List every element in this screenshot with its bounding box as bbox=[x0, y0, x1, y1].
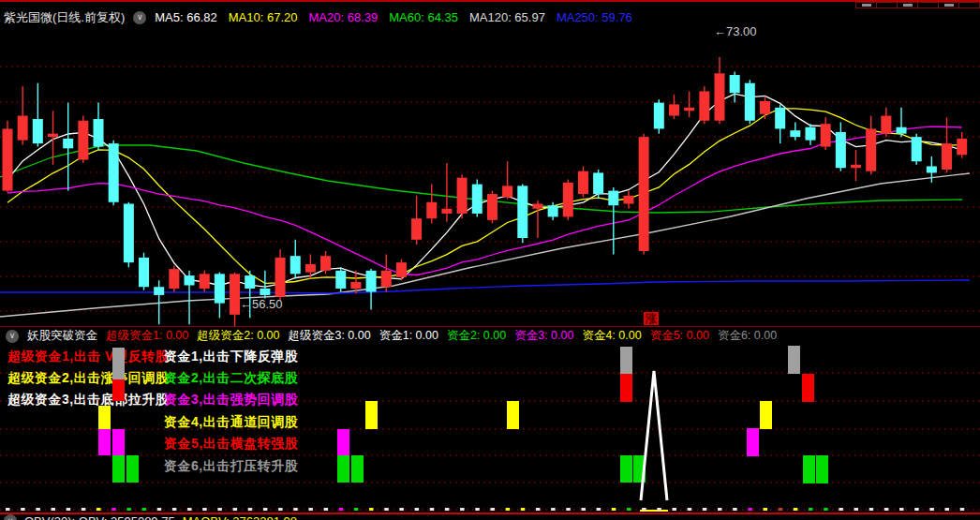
candle-body bbox=[366, 271, 377, 292]
signal-tick bbox=[597, 508, 601, 511]
signal-tick bbox=[278, 508, 283, 511]
legend-line: 资金4,出击通道回调股 bbox=[164, 414, 298, 431]
candle-body bbox=[669, 104, 679, 115]
signal-tick bbox=[217, 508, 222, 511]
signal-tick bbox=[627, 508, 631, 511]
signal-tick bbox=[460, 508, 465, 511]
candle-body bbox=[608, 191, 618, 206]
obv-footer: ∨ OBV(30): OBV: 3595089.75 MAOBV: 376328… bbox=[4, 513, 297, 520]
signal-bar-green bbox=[337, 455, 349, 483]
signal-tick bbox=[384, 508, 389, 511]
candle-body bbox=[335, 271, 346, 289]
signal-tick bbox=[293, 508, 298, 511]
signal-tick bbox=[82, 508, 86, 511]
signal-tick bbox=[779, 508, 783, 511]
signal-tick bbox=[142, 508, 147, 511]
indicator-value: 资金1: 0.00 bbox=[379, 328, 438, 344]
signal-tick bbox=[490, 508, 495, 511]
legend-line: 资金6,出击打压转升股 bbox=[164, 458, 298, 475]
signal-tick bbox=[172, 508, 177, 511]
toolbar-cell[interactable] bbox=[897, 2, 918, 8]
signal-bar-green bbox=[803, 455, 815, 483]
candle-body bbox=[912, 137, 922, 161]
legend-line: 超级资金2,出击涨停回调股 bbox=[7, 370, 169, 387]
candle-body bbox=[654, 103, 664, 129]
signal-tick bbox=[688, 508, 692, 511]
signal-bar-green bbox=[816, 455, 828, 483]
legend-line: 资金1,出击下降反弹股 bbox=[164, 349, 298, 365]
signal-bar-magenta bbox=[747, 428, 759, 456]
signal-bar-yellow bbox=[760, 401, 772, 429]
candle-body bbox=[396, 262, 407, 277]
top-toolbar-cells[interactable] bbox=[856, 2, 980, 9]
ma-value-ma20: MA20: 68.39 bbox=[309, 10, 379, 24]
ma-value-ma250: MA250: 59.76 bbox=[557, 10, 632, 24]
candle-body bbox=[699, 91, 709, 120]
candle-body bbox=[411, 218, 422, 240]
chevron-down-icon[interactable]: ∨ bbox=[133, 11, 146, 24]
candle-body bbox=[836, 132, 846, 168]
candle-body bbox=[897, 127, 907, 134]
signal-tick bbox=[764, 508, 768, 511]
candle-body bbox=[790, 130, 800, 137]
signal-bar-green bbox=[126, 455, 139, 483]
candle-body bbox=[275, 258, 286, 297]
candlestick-chart[interactable] bbox=[0, 26, 980, 326]
candle-body bbox=[320, 256, 331, 271]
signal-tick bbox=[308, 508, 313, 511]
signal-bar-gray bbox=[788, 346, 800, 374]
candle-body bbox=[381, 271, 392, 287]
signal-tick bbox=[566, 508, 571, 511]
candle-body bbox=[806, 127, 816, 141]
candle-body bbox=[517, 186, 527, 238]
signal-tick bbox=[248, 508, 253, 511]
indicator-value: 资金4: 0.00 bbox=[582, 328, 641, 344]
candle-body bbox=[502, 186, 512, 197]
signal-tick bbox=[824, 508, 828, 511]
signal-bar-red bbox=[620, 374, 632, 402]
candle-body bbox=[487, 194, 497, 220]
signal-bar-green bbox=[351, 455, 364, 483]
candle-body bbox=[230, 274, 240, 315]
candle-body bbox=[760, 101, 770, 114]
indicator-value: 资金5: 0.00 bbox=[650, 328, 709, 344]
toolbar-cell[interactable] bbox=[876, 2, 898, 8]
toolbar-cell[interactable] bbox=[855, 2, 877, 8]
signal-tick bbox=[324, 508, 329, 511]
ma-value-ma120: MA120: 65.97 bbox=[469, 10, 545, 24]
chevron-down-icon[interactable]: ∨ bbox=[4, 514, 17, 520]
signal-tick bbox=[126, 508, 131, 511]
chevron-down-icon[interactable]: ∨ bbox=[6, 330, 19, 343]
candle-body bbox=[457, 178, 468, 214]
signal-tick bbox=[703, 508, 707, 511]
signal-tick bbox=[960, 508, 965, 511]
signal-tick bbox=[233, 508, 238, 511]
limit-up-tag: 涨 bbox=[644, 312, 659, 325]
signal-bar-yellow bbox=[507, 401, 519, 429]
toolbar-cell[interactable] bbox=[917, 2, 939, 8]
candle-body bbox=[94, 119, 104, 147]
toolbar-cell[interactable] bbox=[938, 2, 959, 8]
candle-body bbox=[472, 185, 483, 214]
candle-body bbox=[532, 204, 542, 209]
signal-tick bbox=[36, 508, 40, 511]
candle-body bbox=[124, 204, 134, 263]
legend-line: 超级资金1,出击 V型反转股 bbox=[7, 349, 169, 365]
signal-bar-magenta bbox=[98, 429, 111, 455]
signal-tick bbox=[111, 508, 116, 511]
legend-line: 资金2,出击二次探底股 bbox=[164, 370, 298, 387]
candle-body bbox=[730, 75, 740, 93]
candle-body bbox=[63, 139, 73, 148]
price-high-annotation: ←73.00 bbox=[714, 24, 757, 38]
signal-tick bbox=[794, 508, 798, 511]
signal-tick bbox=[157, 508, 162, 511]
top-toolbar-strip bbox=[0, 0, 980, 7]
legend-line: 资金5,出击横盘转强股 bbox=[164, 436, 298, 453]
signal-tick bbox=[97, 508, 101, 511]
candle-body bbox=[851, 165, 861, 168]
signal-tick bbox=[929, 508, 934, 511]
candle-body bbox=[548, 205, 558, 216]
toolbar-cell[interactable] bbox=[958, 2, 980, 8]
signal-bar-magenta bbox=[337, 429, 349, 455]
indicator-value: 超级资金1: 0.00 bbox=[106, 328, 188, 344]
